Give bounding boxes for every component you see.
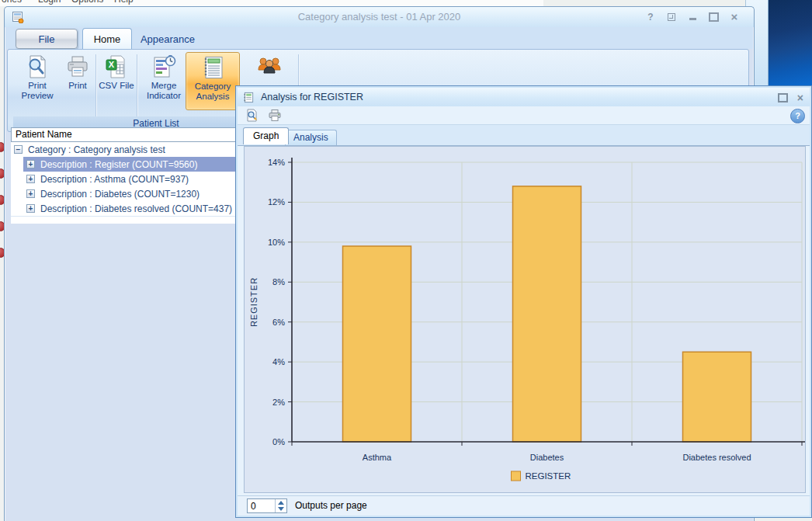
menu-item[interactable]: Options <box>71 0 103 5</box>
expand-toggle-icon[interactable]: + <box>26 204 35 213</box>
merge-indicator-icon <box>151 54 176 79</box>
background-menubar: ories Login Options Help <box>0 0 543 6</box>
print-preview-icon <box>25 54 50 79</box>
svg-text:12%: 12% <box>268 197 285 207</box>
tree-row-diabetes-resolved[interactable]: + Description : Diabetes resolved (COUNT… <box>11 201 239 217</box>
outputs-per-page-spinner[interactable]: 0 <box>247 498 287 513</box>
svg-text:REGISTER: REGISTER <box>249 277 259 327</box>
analysis-tabs: Graph Analysis <box>238 125 810 146</box>
ribbon-tab-strip: File Home Appearance <box>5 27 753 49</box>
ribbon-separator <box>137 54 138 118</box>
svg-text:10%: 10% <box>268 238 285 247</box>
csv-excel-icon: X <box>104 54 129 79</box>
outputs-per-page-label: Outputs per page <box>295 500 367 511</box>
analysis-titlebar-controls: × <box>778 92 803 104</box>
button-label: Print <box>68 81 87 91</box>
button-label: Category Analysis <box>186 82 239 102</box>
titlebar-controls: ? × <box>645 12 740 22</box>
svg-text:X: X <box>109 60 115 69</box>
tab-analysis[interactable]: Analysis <box>285 130 337 145</box>
desktop-background <box>767 0 812 87</box>
tree-row-diabetes[interactable]: + Description : Diabetes (COUNT=1230) <box>11 186 239 202</box>
tab-file[interactable]: File <box>16 29 78 49</box>
tab-appearance[interactable]: Appearance <box>134 31 201 47</box>
printer-icon <box>65 54 90 79</box>
patients-group-icon <box>257 54 282 79</box>
spin-up-icon[interactable] <box>278 501 284 505</box>
svg-text:Diabetes: Diabetes <box>530 453 564 462</box>
analysis-titlebar: Analysis for REGISTER × <box>238 88 810 106</box>
chart-area: 0%2%4%6%8%10%12%14%AsthmaDiabetesDiabete… <box>244 146 806 493</box>
tree-item-label: Description : Asthma (COUNT=937) <box>40 174 189 185</box>
window-title: Category analysis test - 01 Apr 2020 <box>5 11 754 23</box>
maximize-button[interactable] <box>708 12 719 22</box>
svg-text:Asthma: Asthma <box>363 453 392 462</box>
tree-root-row[interactable]: − Category : Category analysis test <box>11 142 239 157</box>
spinner-value: 0 <box>251 501 256 512</box>
close-button[interactable]: × <box>729 12 740 22</box>
svg-text:0%: 0% <box>272 437 285 446</box>
csv-file-button[interactable]: X CSV File <box>98 52 135 109</box>
analysis-footer: 0 Outputs per page <box>238 495 810 516</box>
category-analysis-button[interactable]: Category Analysis <box>186 52 240 110</box>
tab-home[interactable]: Home <box>82 28 132 50</box>
tree-item-label: Description : Diabetes resolved (COUNT=4… <box>40 203 232 214</box>
help-button[interactable]: ? <box>790 109 805 123</box>
tree-column-header[interactable]: Patient Name <box>11 127 243 142</box>
svg-text:6%: 6% <box>272 318 285 327</box>
svg-text:REGISTER: REGISTER <box>526 471 571 481</box>
button-label: Print Preview <box>15 81 60 101</box>
tree-row-asthma[interactable]: + Description : Asthma (COUNT=937) <box>11 172 239 187</box>
menu-item[interactable]: Login <box>38 0 61 5</box>
tree-row-register[interactable]: + Description : Register (COUNT=9560) <box>11 157 239 172</box>
analysis-window-title: Analysis for REGISTER <box>261 92 363 102</box>
svg-text:2%: 2% <box>272 398 285 407</box>
button-label: CSV File <box>99 81 134 91</box>
close-analysis-button[interactable]: × <box>797 92 803 104</box>
svg-text:8%: 8% <box>272 277 285 287</box>
fullscreen-button[interactable] <box>666 12 677 22</box>
menu-item[interactable]: Help <box>114 0 134 5</box>
category-analysis-icon <box>200 55 225 80</box>
tree-root-label: Category : Category analysis test <box>28 144 165 155</box>
analysis-window-icon <box>243 92 255 103</box>
collapse-toggle-icon[interactable]: − <box>14 145 23 154</box>
ribbon-separator <box>95 54 97 118</box>
analysis-window: Analysis for REGISTER × ? Graph Analysis… <box>235 85 812 518</box>
menu-item[interactable]: ories <box>2 0 22 5</box>
svg-text:14%: 14% <box>268 158 285 167</box>
tab-graph[interactable]: Graph <box>243 127 289 144</box>
spinner-arrows[interactable] <box>275 499 286 512</box>
svg-text:4%: 4% <box>272 357 285 366</box>
expand-toggle-icon[interactable]: + <box>26 189 35 198</box>
print-preview-small-icon[interactable] <box>245 109 259 122</box>
main-titlebar: Category analysis test - 01 Apr 2020 ? × <box>5 7 754 27</box>
print-preview-button[interactable]: Print Preview <box>15 52 60 109</box>
minimize-button[interactable] <box>687 12 698 22</box>
print-small-icon[interactable] <box>268 109 282 122</box>
merge-indicator-button[interactable]: Merge Indicator <box>139 52 189 109</box>
analysis-toolbar: ? <box>238 106 810 125</box>
bar-chart: 0%2%4%6%8%10%12%14%AsthmaDiabetesDiabete… <box>245 147 805 492</box>
patient-tree-panel: Patient Name − Category : Category analy… <box>11 127 239 224</box>
spin-down-icon[interactable] <box>278 507 284 511</box>
tree-item-label: Description : Diabetes (COUNT=1230) <box>40 189 200 200</box>
restore-button[interactable] <box>778 93 788 102</box>
button-label: Merge Indicator <box>139 81 189 101</box>
print-button[interactable]: Print <box>61 52 95 109</box>
expand-toggle-icon[interactable]: + <box>26 175 35 183</box>
tree-item-label: Description : Register (COUNT=9560) <box>40 159 197 170</box>
svg-text:Diabetes resolved: Diabetes resolved <box>682 453 751 462</box>
expand-toggle-icon[interactable]: + <box>26 160 35 168</box>
help-window-button[interactable]: ? <box>645 12 656 22</box>
